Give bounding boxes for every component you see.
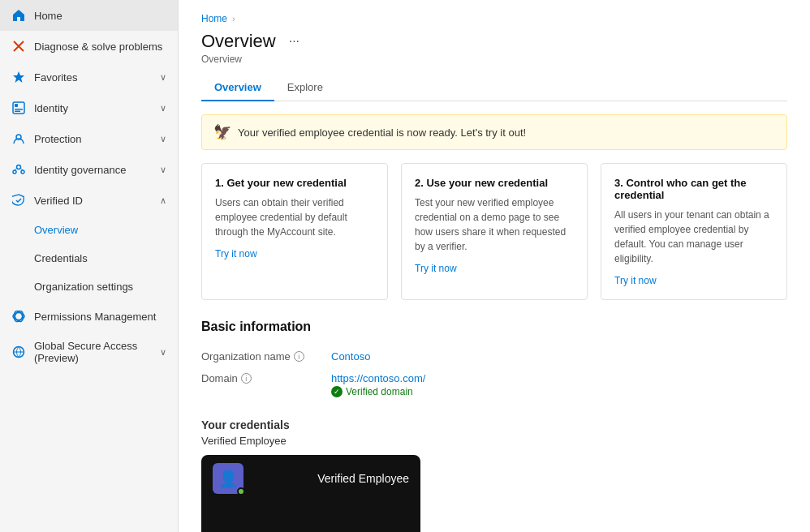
card-header: 👤 Verified Employee: [201, 455, 420, 502]
verified-check-icon: ✓: [331, 386, 343, 397]
page-header: Overview ···: [201, 31, 787, 52]
page-title: Overview: [201, 31, 276, 52]
identity-icon: [11, 101, 26, 115]
sidebar-item-overview-label: Overview: [34, 224, 166, 236]
svg-point-7: [13, 170, 16, 174]
protection-chevron: ∨: [160, 134, 166, 144]
svg-rect-4: [15, 111, 20, 113]
org-name-row: Organization name i Contoso: [201, 345, 787, 367]
banner-icon: 🦅: [213, 123, 231, 141]
step1-title: 1. Get your new credential: [215, 177, 374, 189]
step1-try-link[interactable]: Try it now: [215, 248, 257, 260]
sidebar: Home Diagnose & solve problems Favorites…: [0, 0, 179, 532]
card-avatar: 👤: [213, 463, 243, 494]
sidebar-item-governance-label: Identity governance: [34, 164, 152, 176]
step3-title: 3. Control who can get the credential: [614, 177, 773, 201]
step1-desc: Users can obtain their verified employee…: [215, 195, 374, 239]
basic-info-title: Basic information: [201, 320, 787, 334]
avatar-icon: 👤: [218, 469, 239, 488]
card-title: Verified Employee: [317, 472, 409, 485]
sidebar-item-org-settings[interactable]: Organization settings: [0, 272, 178, 301]
more-options-button[interactable]: ···: [284, 32, 304, 50]
step3-try-link[interactable]: Try it now: [614, 275, 657, 286]
sidebar-item-diagnose-label: Diagnose & solve problems: [34, 41, 166, 53]
verified-id-icon: [11, 193, 26, 208]
sidebar-item-global-secure[interactable]: Global Secure Access (Preview) ∨: [0, 332, 178, 372]
favorites-icon: [11, 70, 26, 84]
basic-info-table: Organization name i Contoso Domain i htt…: [201, 345, 787, 402]
page-subtitle: Overview: [201, 54, 787, 65]
tab-overview[interactable]: Overview: [201, 75, 274, 101]
governance-icon: [11, 162, 26, 177]
svg-point-8: [21, 170, 24, 174]
tab-explore[interactable]: Explore: [274, 75, 336, 101]
sidebar-item-identity[interactable]: Identity ∨: [0, 92, 178, 123]
org-name-value: Contoso: [331, 350, 370, 363]
credentials-section-title: Your credentials: [201, 418, 787, 431]
diagnose-icon: [11, 39, 26, 54]
domain-label: Domain i: [201, 372, 331, 384]
svg-point-11: [13, 310, 25, 323]
sidebar-item-identity-label: Identity: [34, 102, 152, 114]
step-card-2: 2. Use your new credential Test your new…: [401, 163, 588, 300]
sidebar-item-diagnose[interactable]: Diagnose & solve problems: [0, 31, 178, 62]
tabs-container: Overview Explore: [201, 75, 787, 101]
sidebar-item-identity-governance[interactable]: Identity governance ∨: [0, 154, 178, 185]
breadcrumb-separator: ›: [232, 14, 235, 24]
domain-row: Domain i https://contoso.com/ ✓ Verified…: [201, 367, 787, 402]
banner: 🦅 Your verified employee credential is n…: [201, 114, 787, 150]
favorites-chevron: ∨: [160, 72, 166, 83]
verified-badge: ✓ Verified domain: [331, 386, 425, 397]
sidebar-item-permissions-label: Permissions Management: [34, 311, 166, 323]
sidebar-item-home[interactable]: Home: [0, 0, 178, 31]
svg-rect-3: [15, 109, 23, 110]
identity-chevron: ∨: [160, 103, 166, 114]
svg-point-6: [17, 165, 21, 169]
domain-value: https://contoso.com/ ✓ Verified domain: [331, 372, 425, 397]
breadcrumb-home[interactable]: Home: [201, 13, 227, 24]
permissions-icon: [11, 309, 26, 324]
sidebar-item-permissions[interactable]: Permissions Management: [0, 301, 178, 332]
sidebar-item-favorites-label: Favorites: [34, 71, 152, 84]
sidebar-item-home-label: Home: [34, 10, 166, 22]
step2-title: 2. Use your new credential: [415, 177, 574, 189]
sidebar-item-overview[interactable]: Overview: [0, 216, 178, 244]
domain-tooltip-icon: i: [241, 373, 252, 384]
banner-text: Your verified employee credential is now…: [238, 127, 526, 139]
sidebar-item-protection-label: Protection: [34, 133, 152, 145]
step2-try-link[interactable]: Try it now: [415, 263, 457, 274]
svg-rect-2: [15, 104, 18, 107]
credentials-subtitle: Verified Employee: [201, 435, 787, 447]
sidebar-item-favorites[interactable]: Favorites ∨: [0, 62, 178, 92]
step-card-1: 1. Get your new credential Users can obt…: [201, 163, 388, 300]
verified-id-chevron: ∧: [160, 195, 166, 206]
protection-icon: [11, 131, 26, 146]
sidebar-item-verified-id[interactable]: Verified ID ∧: [0, 185, 178, 216]
online-dot: [237, 487, 245, 496]
step3-desc: All users in your tenant can obtain a ve…: [614, 208, 773, 266]
step-cards: 1. Get your new credential Users can obt…: [201, 163, 787, 300]
home-icon: [11, 8, 26, 23]
main-content: Home › Overview ··· Overview Overview Ex…: [179, 0, 810, 532]
sidebar-item-credentials[interactable]: Credentials: [0, 244, 178, 272]
org-name-label: Organization name i: [201, 350, 331, 363]
step-card-3: 3. Control who can get the credential Al…: [601, 163, 787, 300]
sidebar-item-protection[interactable]: Protection ∨: [0, 123, 178, 154]
governance-chevron: ∨: [160, 165, 166, 175]
sidebar-item-org-settings-label: Organization settings: [34, 281, 166, 293]
global-chevron: ∨: [160, 347, 166, 358]
step2-desc: Test your new verified employee credenti…: [415, 195, 574, 254]
credential-card: 👤 Verified Employee Contoso: [201, 455, 420, 532]
svg-marker-0: [13, 71, 24, 83]
sidebar-item-global-label: Global Secure Access (Preview): [34, 340, 152, 364]
breadcrumb: Home ›: [201, 13, 787, 24]
org-name-tooltip-icon: i: [294, 351, 304, 362]
sidebar-item-credentials-label: Credentials: [34, 252, 166, 264]
sidebar-item-verified-id-label: Verified ID: [34, 195, 152, 207]
global-icon: [11, 345, 26, 359]
